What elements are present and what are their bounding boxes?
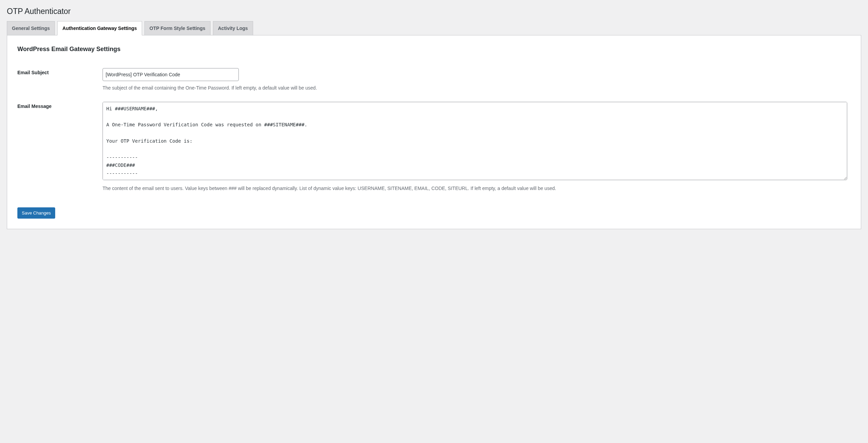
email-subject-input[interactable] [103, 68, 239, 81]
label-email-message: Email Message [17, 97, 99, 197]
save-changes-button[interactable]: Save Changes [17, 207, 55, 219]
label-email-subject: Email Subject [17, 63, 99, 97]
tab-otp-form-style-settings[interactable]: OTP Form Style Settings [144, 21, 211, 35]
form-table: Email Subject The subject of the email c… [17, 63, 851, 197]
tab-authentication-gateway-settings[interactable]: Authentication Gateway Settings [57, 21, 142, 35]
settings-panel: WordPress Email Gateway Settings Email S… [7, 35, 861, 230]
row-email-message: Email Message Hi ###USERNAME###, A One-T… [17, 97, 851, 197]
email-message-textarea[interactable]: Hi ###USERNAME###, A One-Time Password V… [103, 102, 847, 180]
row-email-subject: Email Subject The subject of the email c… [17, 63, 851, 97]
tab-activity-logs[interactable]: Activity Logs [213, 21, 253, 35]
page-title: OTP Authenticator [7, 3, 861, 18]
section-heading: WordPress Email Gateway Settings [17, 46, 851, 53]
tabs-nav: General Settings Authentication Gateway … [7, 18, 861, 35]
submit-row: Save Changes [17, 207, 851, 219]
email-message-description: The content of the email sent to users. … [103, 185, 847, 192]
tab-general-settings[interactable]: General Settings [7, 21, 55, 35]
email-subject-description: The subject of the email containing the … [103, 84, 847, 92]
